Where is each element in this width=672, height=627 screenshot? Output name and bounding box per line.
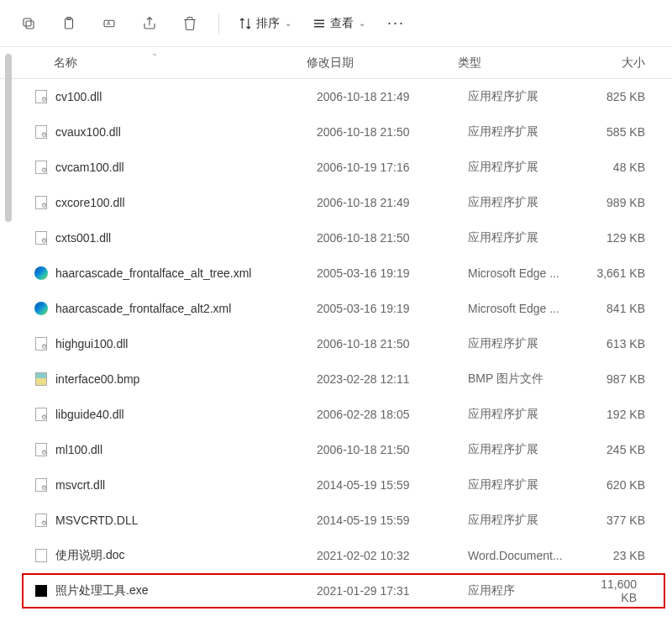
file-row[interactable]: haarcascade_frontalface_alt2.xml2005-03-… [24, 291, 672, 326]
file-name: haarcascade_frontalface_alt2.xml [55, 302, 317, 315]
file-date: 2005-03-16 19:19 [317, 302, 468, 315]
file-type: 应用程序扩展 [468, 230, 594, 245]
file-size: 987 KB [594, 372, 662, 386]
file-row[interactable]: cvcam100.dll2006-10-19 17:16应用程序扩展48 KB [24, 150, 672, 185]
file-size: 129 KB [594, 231, 662, 245]
edge-file-icon [34, 266, 48, 280]
exe-file-icon [35, 585, 47, 597]
more-icon: ··· [387, 14, 405, 31]
svg-text:A: A [107, 20, 111, 26]
dll-file-icon [35, 337, 47, 350]
sort-icon [238, 16, 253, 31]
file-size: 11,600 KB [594, 577, 654, 604]
file-type: 应用程序扩展 [468, 513, 594, 528]
svg-rect-0 [26, 21, 34, 29]
doc-file-icon [35, 549, 47, 562]
toolbar: A 排序 ⌄ 查看 ⌄ ··· [0, 0, 672, 47]
file-date: 2021-01-29 17:31 [317, 584, 468, 598]
dll-file-icon [35, 408, 47, 421]
file-name: cxcore100.dll [55, 196, 317, 209]
file-size: 48 KB [594, 161, 662, 174]
view-icon [312, 16, 327, 31]
chevron-down-icon: ⌄ [285, 18, 291, 28]
file-date: 2006-10-18 21:50 [317, 231, 468, 245]
dll-file-icon [35, 125, 47, 139]
file-name: haarcascade_frontalface_alt_tree.xml [55, 266, 317, 280]
share-icon [142, 16, 157, 31]
sort-dropdown[interactable]: 排序 ⌄ [229, 11, 300, 36]
column-header-date[interactable]: 修改日期 [307, 55, 458, 71]
file-date: 2021-02-02 10:32 [317, 549, 468, 562]
copy-button[interactable] [10, 7, 47, 40]
file-name: cvcam100.dll [55, 161, 317, 174]
file-type: 应用程序扩展 [468, 336, 594, 351]
file-name: cxts001.dll [55, 231, 317, 245]
file-type: Microsoft Edge ... [468, 266, 594, 280]
file-date: 2006-10-18 21:49 [317, 90, 468, 103]
file-type: 应用程序扩展 [468, 89, 594, 104]
trash-icon [182, 16, 197, 31]
file-size: 377 KB [594, 514, 662, 527]
file-name: interface00.bmp [55, 372, 317, 386]
file-row[interactable]: cxcore100.dll2006-10-18 21:49应用程序扩展989 K… [24, 185, 672, 220]
file-name: 照片处理工具.exe [55, 583, 317, 598]
file-size: 620 KB [594, 478, 662, 492]
file-type: 应用程序 [468, 583, 594, 598]
file-type: Word.Document... [468, 549, 594, 562]
file-date: 2006-10-18 21:50 [317, 443, 468, 456]
column-header-size[interactable]: 大小 [584, 55, 662, 71]
share-button[interactable] [131, 7, 168, 40]
bmp-file-icon [35, 372, 47, 386]
file-list: cv100.dll2006-10-18 21:49应用程序扩展825 KBcva… [0, 79, 672, 609]
file-row[interactable]: cvaux100.dll2006-10-18 21:50应用程序扩展585 KB [24, 114, 672, 150]
file-size: 3,661 KB [594, 266, 662, 280]
column-header-name[interactable]: 名称 ⌃ [34, 55, 307, 71]
paste-button[interactable] [50, 7, 87, 40]
view-label: 查看 [330, 16, 354, 31]
file-row[interactable]: 照片处理工具.exe2021-01-29 17:31应用程序11,600 KB [22, 573, 665, 609]
file-size: 989 KB [594, 196, 662, 209]
file-name: 使用说明.doc [55, 548, 317, 563]
file-date: 2006-02-28 18:05 [317, 408, 468, 421]
columns-header: 名称 ⌃ 修改日期 类型 大小 [0, 47, 672, 79]
delete-button[interactable] [171, 7, 208, 40]
dll-file-icon [35, 478, 47, 492]
sort-label: 排序 [256, 16, 280, 31]
file-type: Microsoft Edge ... [468, 302, 594, 315]
file-row[interactable]: msvcrt.dll2014-05-19 15:59应用程序扩展620 KB [24, 467, 672, 503]
file-row[interactable]: 使用说明.doc2021-02-02 10:32Word.Document...… [24, 538, 672, 573]
file-row[interactable]: cv100.dll2006-10-18 21:49应用程序扩展825 KB [24, 79, 672, 114]
file-type: 应用程序扩展 [468, 477, 594, 493]
file-name: highgui100.dll [55, 337, 317, 350]
scrollbar[interactable] [5, 54, 12, 222]
column-header-type[interactable]: 类型 [458, 55, 584, 71]
file-type: BMP 图片文件 [468, 371, 594, 387]
file-row[interactable]: haarcascade_frontalface_alt_tree.xml2005… [24, 256, 672, 291]
rename-icon: A [102, 16, 117, 31]
file-type: 应用程序扩展 [468, 442, 594, 457]
file-row[interactable]: highgui100.dll2006-10-18 21:50应用程序扩展613 … [24, 326, 672, 361]
dll-file-icon [35, 514, 47, 527]
more-button[interactable]: ··· [377, 9, 415, 37]
file-row[interactable]: cxts001.dll2006-10-18 21:50应用程序扩展129 KB [24, 220, 672, 256]
dll-file-icon [35, 161, 47, 174]
file-size: 23 KB [594, 549, 662, 562]
file-row[interactable]: libguide40.dll2006-02-28 18:05应用程序扩展192 … [24, 397, 672, 432]
file-row[interactable]: MSVCRTD.DLL2014-05-19 15:59应用程序扩展377 KB [24, 503, 672, 538]
file-date: 2006-10-19 17:16 [317, 161, 468, 174]
file-name: cv100.dll [55, 90, 317, 103]
rename-button[interactable]: A [91, 7, 128, 40]
file-date: 2005-03-16 19:19 [317, 266, 468, 280]
svg-rect-1 [24, 18, 31, 26]
paste-icon [61, 16, 76, 31]
file-row[interactable]: ml100.dll2006-10-18 21:50应用程序扩展245 KB [24, 432, 672, 467]
view-dropdown[interactable]: 查看 ⌄ [303, 11, 374, 36]
file-date: 2006-10-18 21:50 [317, 125, 468, 139]
file-name: libguide40.dll [55, 408, 317, 421]
toolbar-divider [218, 13, 219, 34]
file-row[interactable]: interface00.bmp2023-02-28 12:11BMP 图片文件9… [24, 361, 672, 397]
copy-icon [21, 16, 36, 31]
file-date: 2014-05-19 15:59 [317, 478, 468, 492]
edge-file-icon [34, 302, 48, 315]
file-date: 2006-10-18 21:50 [317, 337, 468, 350]
